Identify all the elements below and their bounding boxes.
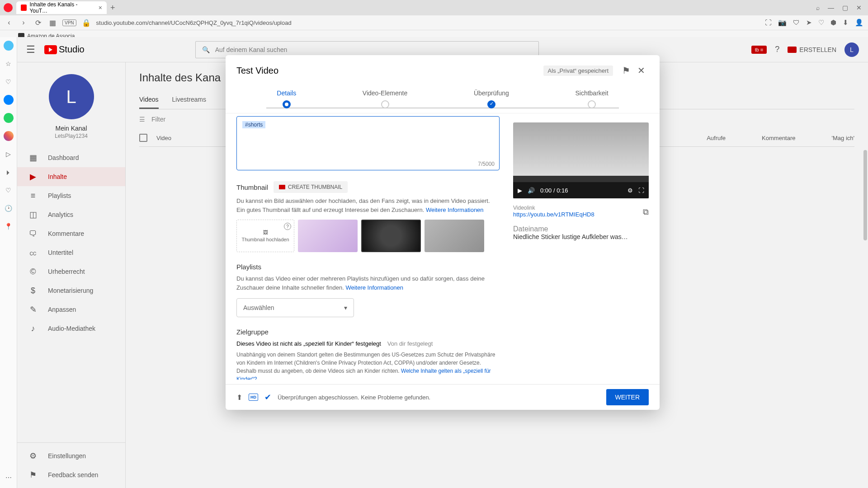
back-button[interactable]: ‹ [5, 18, 14, 27]
playlists-heading: Playlists [236, 263, 261, 271]
tiles-icon[interactable]: ▦ [48, 18, 57, 27]
reload-button[interactable]: ⟳ [33, 18, 42, 27]
videolink-block: Videolink https://youtu.be/v1RTMIEqHD8 ⧉ [513, 205, 649, 218]
whatsapp-icon[interactable] [4, 113, 14, 123]
fullscreen-icon[interactable]: ⛶ [638, 187, 644, 194]
close-window-icon[interactable]: ✕ [856, 4, 862, 11]
search-icon[interactable]: ⌕ [816, 4, 820, 11]
shield-icon[interactable]: 🛡 [793, 19, 800, 27]
stepper: Details Video-Elemente Überprüfung Sicht… [226, 86, 660, 113]
profile-icon[interactable]: 👤 [855, 19, 863, 27]
step-dot-icon [381, 100, 389, 108]
download-icon[interactable]: ⬇ [843, 19, 849, 27]
copy-link-icon[interactable]: ⧉ [643, 207, 649, 217]
feedback-icon[interactable]: ⚑ [618, 63, 634, 78]
lock-icon: 🔒 [82, 18, 91, 27]
step-details[interactable]: Details [277, 89, 296, 108]
thumbnail-option-1[interactable] [298, 220, 358, 252]
thumbnail-section: Thumbnail CREATE THUMBNAIL Du kannst ein… [236, 181, 500, 252]
vpn-badge[interactable]: VPN [62, 19, 76, 26]
step-dot-icon [588, 100, 596, 108]
help-icon[interactable]: ? [284, 223, 291, 230]
thumbnail-row: 🖼 Thumbnail hochladen ? [236, 220, 500, 252]
instagram-icon[interactable] [4, 131, 14, 141]
heart-icon[interactable]: ♡ [4, 77, 14, 87]
save-status: Als „Privat“ gespeichert [543, 66, 613, 76]
browser-chrome: Inhalte des Kanals - YouT… × + ⌕ — ▢ ✕ ‹… [0, 0, 868, 37]
browser-tab[interactable]: Inhalte des Kanals - YouT… × [16, 1, 107, 14]
upload-thumbnail-button[interactable]: 🖼 Thumbnail hochladen ? [236, 220, 294, 252]
screenshot-icon[interactable]: ⛶ [765, 19, 772, 27]
new-tab-button[interactable]: + [110, 3, 115, 13]
thumbnail-more-link[interactable]: Weitere Informationen [426, 206, 484, 213]
playlist-select[interactable]: Auswählen ▾ [236, 298, 354, 317]
messenger-icon[interactable] [4, 95, 14, 105]
footer-status-text: Überprüfungen abgeschlossen. Keine Probl… [278, 394, 600, 401]
thumbnail-heading: Thumbnail [236, 183, 268, 191]
close-modal-icon[interactable]: ✕ [634, 63, 649, 78]
step-elements[interactable]: Video-Elemente [363, 89, 407, 108]
minimize-icon[interactable]: — [828, 4, 834, 11]
playlists-more-link[interactable]: Weitere Informationen [345, 284, 403, 291]
filename-value: Niedliche Sticker lustige Aufkleber was… [513, 233, 649, 240]
check-circle-icon: ✔ [264, 392, 271, 402]
window-controls: ⌕ — ▢ ✕ [816, 4, 868, 11]
step-checks[interactable]: Überprüfung [474, 89, 509, 108]
description-text: #shorts [242, 121, 265, 128]
forward-button[interactable]: › [19, 18, 28, 27]
youtube-studio-app: ☰ Studio 🔍 Auf deinem Kanal suchen tb ≡ … [17, 37, 868, 488]
volume-icon[interactable]: 🔊 [528, 187, 535, 194]
opera-sidebar: ☆ ♡ ▷ ⏵ ♡ 🕑 📍 ⋯ [0, 37, 17, 488]
next-button[interactable]: WEITER [606, 389, 649, 405]
audience-desc: Unabhängig von deinem Standort gelten di… [236, 351, 500, 380]
upload-modal: Test Video Als „Privat“ gespeichert ⚑ ✕ … [226, 55, 660, 410]
description-field[interactable]: #shorts 7/5000 [236, 116, 500, 170]
modal-header: Test Video Als „Privat“ gespeichert ⚑ ✕ [226, 55, 660, 86]
hd-icon: HD [249, 394, 258, 401]
url-field[interactable]: studio.youtube.com/channel/UCocN6zQPHQZ_… [96, 19, 760, 26]
heart2-icon[interactable]: ♡ [4, 185, 14, 195]
modal-body: #shorts 7/5000 Thumbnail CREATE THUMBNAI… [226, 113, 660, 384]
tab-bar: Inhalte des Kanals - YouT… × + ⌕ — ▢ ✕ [0, 0, 868, 15]
modal-right-column: ▶ 🔊 0:00 / 0:16 ⚙ ⛶ Videolink https://yo… [513, 113, 649, 380]
audience-set-by: Von dir festgelegt [387, 340, 433, 347]
close-tab-icon[interactable]: × [99, 4, 102, 11]
thumbnail-option-3[interactable] [425, 220, 484, 252]
modal-backdrop: Test Video Als „Privat“ gespeichert ⚑ ✕ … [17, 37, 868, 488]
maximize-icon[interactable]: ▢ [842, 4, 848, 11]
heart-icon[interactable]: ♡ [818, 19, 824, 27]
sidebar-app-icon[interactable] [4, 41, 14, 51]
bookmark-icon[interactable]: ☆ [4, 59, 14, 69]
address-bar: ‹ › ⟳ ▦ VPN 🔒 studio.youtube.com/channel… [0, 15, 868, 30]
pin-icon[interactable]: 📍 [4, 221, 14, 231]
play-icon[interactable]: ▶ [518, 187, 522, 194]
step-dot-icon [283, 100, 291, 108]
video-preview[interactable]: ▶ 🔊 0:00 / 0:16 ⚙ ⛶ [513, 122, 649, 198]
audience-section: Zielgruppe Dieses Video ist nicht als „s… [236, 328, 500, 380]
play-icon[interactable]: ▷ [4, 149, 14, 159]
playlists-section: Playlists Du kannst das Video einer oder… [236, 263, 500, 317]
settings-icon[interactable]: ⚙ [627, 187, 633, 194]
player-icon[interactable]: ⏵ [4, 167, 14, 177]
audience-status: Dieses Video ist nicht als „speziell für… [236, 340, 381, 347]
camera-icon[interactable]: 📷 [778, 19, 787, 27]
address-bar-actions: ⛶ 📷 🛡 ➤ ♡ ⬢ ⬇ 👤 [765, 19, 863, 27]
tb-icon [279, 185, 285, 189]
history-icon[interactable]: 🕑 [4, 203, 14, 213]
more-icon[interactable]: ⋯ [4, 473, 14, 483]
upload-status-icon: ⬆ [236, 393, 242, 402]
youtube-favicon-icon [21, 5, 27, 11]
create-thumbnail-button[interactable]: CREATE THUMBNAIL [274, 181, 348, 193]
send-icon[interactable]: ➤ [806, 19, 812, 27]
videolink-url[interactable]: https://youtu.be/v1RTMIEqHD8 [513, 211, 638, 218]
thumbnail-option-2[interactable] [361, 220, 421, 252]
step-visibility[interactable]: Sichtbarkeit [575, 89, 608, 108]
char-count: 7/5000 [478, 161, 495, 167]
cube-icon[interactable]: ⬢ [830, 19, 836, 27]
modal-left-column: #shorts 7/5000 Thumbnail CREATE THUMBNAI… [236, 113, 502, 380]
preview-controls: ▶ 🔊 0:00 / 0:16 ⚙ ⛶ [513, 182, 649, 198]
audience-heading: Zielgruppe [236, 328, 269, 336]
upload-image-icon: 🖼 [263, 230, 268, 235]
playlists-desc: Du kannst das Video einer oder mehreren … [236, 274, 500, 292]
filename-label: Dateiname [513, 225, 649, 233]
